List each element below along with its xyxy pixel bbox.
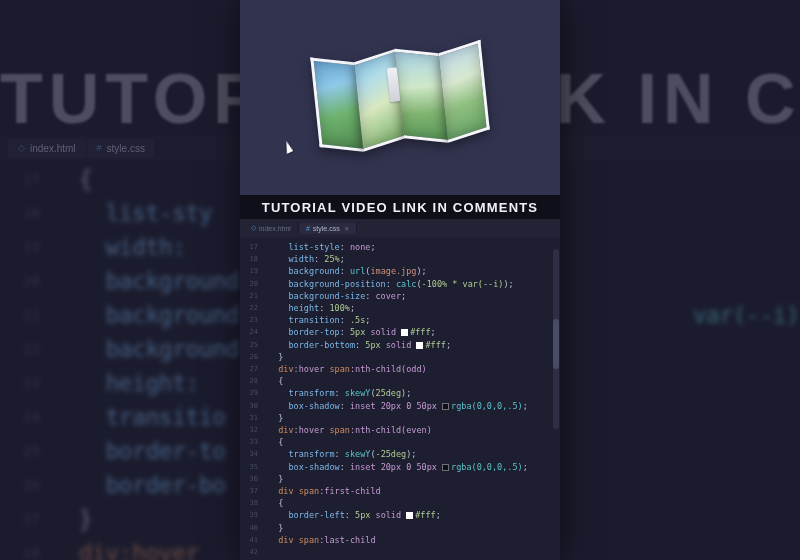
css-icon: # (97, 143, 102, 153)
preview-pane (240, 0, 560, 195)
bg-tab-html-label: index.html (30, 143, 76, 154)
caption-text: TUTORIAL VIDEO LINK IN COMMENTS (262, 200, 539, 215)
editor-body: 1718192021222324252627282930313233343536… (240, 237, 560, 560)
bg-tab-css-label: style.css (107, 143, 145, 154)
foreground-panel: TUTORIAL VIDEO LINK IN COMMENTS ◇ index.… (240, 0, 560, 560)
bg-line-numbers: 171819202122232425262728 (0, 162, 48, 560)
map-panel-4 (438, 39, 490, 142)
html-icon: ◇ (18, 143, 25, 153)
caption-bar: TUTORIAL VIDEO LINK IN COMMENTS (240, 195, 560, 219)
fg-tab-html[interactable]: ◇ index.html (244, 222, 299, 234)
fg-line-numbers: 1718192021222324252627282930313233343536… (240, 237, 262, 560)
fg-tab-html-label: index.html (259, 225, 291, 232)
scrollbar-track[interactable] (553, 249, 559, 429)
bg-tab-css[interactable]: # style.css (87, 139, 156, 158)
bg-tab-html[interactable]: ◇ index.html (8, 139, 87, 158)
fg-tab-bar: ◇ index.html # style.css × (240, 219, 560, 237)
fg-tab-css[interactable]: # style.css × (299, 223, 357, 234)
html-icon: ◇ (251, 224, 256, 232)
fg-tab-css-label: style.css (313, 225, 340, 232)
folded-map-illustration (311, 44, 489, 151)
mouse-cursor-icon (282, 140, 293, 154)
fg-code-area[interactable]: list-style: none; width: 25%; background… (262, 237, 560, 560)
close-icon[interactable]: × (345, 225, 349, 232)
scrollbar-thumb[interactable] (553, 319, 559, 369)
css-icon: # (306, 225, 310, 232)
code-editor: ◇ index.html # style.css × 1718192021222… (240, 219, 560, 560)
